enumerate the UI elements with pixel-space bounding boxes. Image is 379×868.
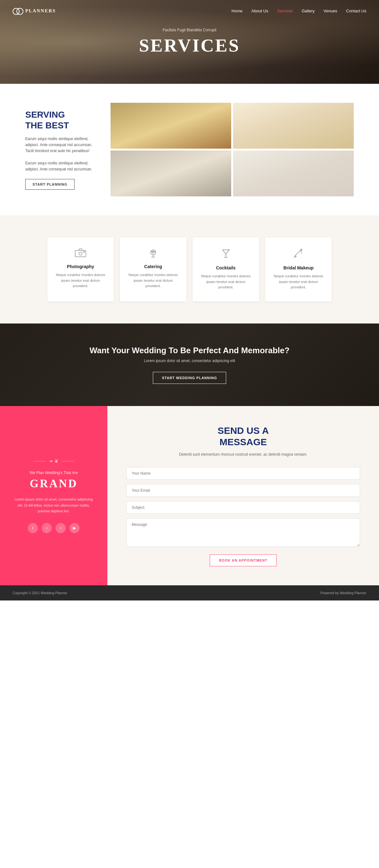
contact-subtitle: Deleniti sunt elementum rhoncus nostrud … (126, 452, 360, 458)
gift-image (233, 103, 354, 149)
serving-title: SERVING THE BEST (25, 110, 98, 131)
book-appointment-button[interactable]: BOOK AN APPOINTMENT (210, 554, 276, 566)
social-instagram[interactable]: i (56, 523, 66, 533)
grid-image-4 (233, 151, 354, 196)
services-cards-section: Photography Neque curabitur montes dolor… (0, 215, 379, 323)
svg-point-3 (151, 250, 156, 255)
footer-right: SEND US A MESSAGE Deleniti sunt elementu… (107, 406, 379, 585)
serving-section: SERVING THE BEST Earum sequi mollis simi… (0, 84, 379, 215)
serving-left: SERVING THE BEST Earum sequi mollis simi… (25, 110, 98, 189)
social-facebook[interactable]: f (28, 523, 38, 533)
cocktails-name: Cocktails (199, 265, 253, 270)
footer-grand: GRAND (30, 477, 78, 490)
bridal-makeup-icon (272, 249, 325, 261)
social-twitter[interactable]: t (42, 523, 52, 533)
photography-icon (54, 249, 107, 259)
table-image (110, 103, 231, 149)
powered-text: Powered by Wedding Planner (320, 591, 366, 595)
logo[interactable]: PLANNERS (13, 6, 56, 16)
plate-image (233, 151, 354, 196)
catering-name: Catering (126, 264, 180, 269)
name-input[interactable] (126, 467, 360, 480)
nav-gallery[interactable]: Gallery (302, 8, 315, 13)
grid-image-2 (233, 103, 354, 149)
divider-arrows: ❧ ❦ (49, 458, 59, 464)
social-icons: f t i ▶ (28, 523, 79, 533)
footer-left: ❧ ❦ We Plan Wedding's That Are GRAND Lor… (0, 406, 107, 585)
nav-links: Home About Us Services Gallery Venues Co… (232, 8, 366, 13)
bridal-makeup-name: Bridal Makeup (272, 265, 325, 270)
nav-services[interactable]: Services (277, 8, 293, 13)
cocktails-icon (199, 249, 253, 261)
hero-subtitle: Facilisis Fugit Blanditiis Corrupti (163, 28, 216, 32)
nav-venues[interactable]: Venues (323, 8, 337, 13)
service-card-catering: Catering Neque curabitur montes dolores … (120, 238, 186, 301)
catering-icon (126, 249, 180, 259)
svg-point-6 (152, 251, 154, 253)
start-planning-button[interactable]: START PLANNING (25, 179, 74, 190)
nav-contact[interactable]: Contact Us (346, 8, 366, 13)
grid-image-3 (110, 151, 231, 196)
serving-paragraph1: Earum sequi mollis similique eleifend, a… (25, 136, 98, 154)
svg-point-1 (79, 252, 82, 255)
service-card-photography: Photography Neque curabitur montes dolor… (47, 238, 114, 301)
logo-icon (13, 6, 23, 16)
subject-input[interactable] (126, 501, 360, 514)
cta-title: Want Your Wedding To Be Perfect And Memo… (13, 346, 366, 355)
nav-about[interactable]: About Us (251, 8, 268, 13)
svg-rect-2 (83, 251, 84, 252)
cta-subtitle: Lorem ipsum dolor sit amet, consectetur … (13, 359, 366, 363)
serving-paragraph2: Earum sequi mollis similique eleifend, a… (25, 160, 98, 172)
email-input[interactable] (126, 484, 360, 497)
footer-desc: Lorem ipsum dolor sit amet, consectetur … (13, 496, 95, 514)
logo-text: PLANNERS (25, 8, 56, 13)
service-card-cocktails: Cocktails Neque curabitur montes dolores… (193, 238, 259, 301)
catering-desc: Neque curabitur montes dolores ipsam ten… (126, 272, 180, 289)
footer-divider: ❧ ❦ (33, 458, 74, 464)
services-grid: Photography Neque curabitur montes dolor… (47, 238, 332, 301)
message-input[interactable] (126, 518, 360, 547)
social-youtube[interactable]: ▶ (69, 523, 79, 533)
hero-title: SERVICES (139, 35, 240, 56)
cta-button[interactable]: START WEDDING PLANNING (153, 372, 227, 384)
footer-tagline: We Plan Wedding's That Are (30, 470, 78, 475)
footer-section: ❧ ❦ We Plan Wedding's That Are GRAND Lor… (0, 406, 379, 585)
bridal-makeup-desc: Neque curabitur montes dolores ipsam ten… (272, 274, 325, 290)
cta-section: Want Your Wedding To Be Perfect And Memo… (0, 323, 379, 406)
bottles-image (110, 151, 231, 196)
bottom-bar: Copyright © 2021 Wedding Planner Powered… (0, 585, 379, 600)
nav-home[interactable]: Home (232, 8, 243, 13)
photography-desc: Neque curabitur montes dolores ipsam ten… (54, 272, 107, 289)
service-card-bridal-makeup: Bridal Makeup Neque curabitur montes dol… (265, 238, 332, 301)
navigation: PLANNERS Home About Us Services Gallery … (0, 0, 379, 22)
contact-form: BOOK AN APPOINTMENT (126, 467, 360, 566)
grid-image-1 (110, 103, 231, 149)
copyright-text: Copyright © 2021 Wedding Planner (13, 591, 67, 595)
contact-title: SEND US A MESSAGE (126, 425, 360, 448)
cocktails-desc: Neque curabitur montes dolores ipsam ten… (199, 274, 253, 290)
photography-name: Photography (54, 264, 107, 269)
serving-grid (110, 103, 354, 196)
